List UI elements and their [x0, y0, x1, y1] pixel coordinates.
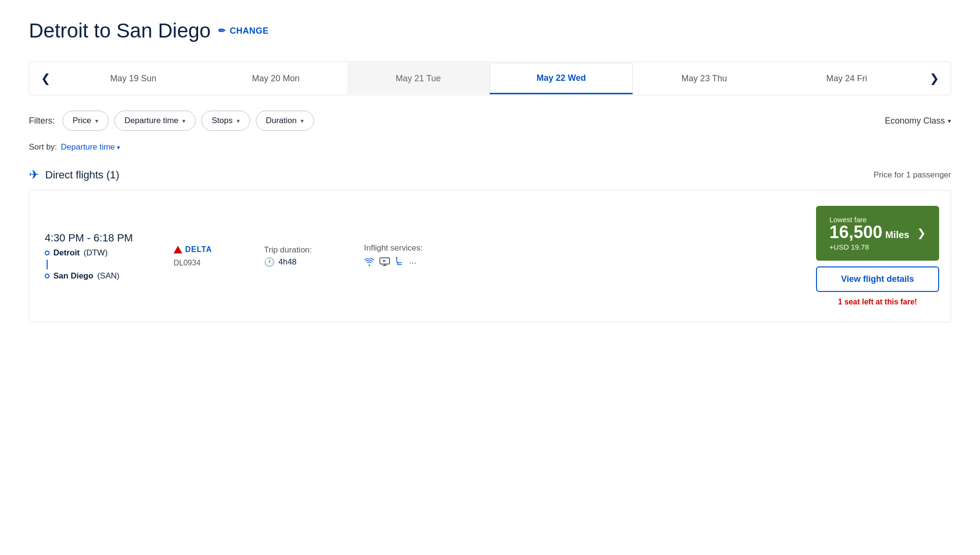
change-button[interactable]: ✏ CHANGE — [218, 25, 269, 36]
svg-point-4 — [396, 257, 398, 259]
price-filter-btn[interactable]: Price ▾ — [63, 111, 109, 131]
date-tabs: May 19 Sun May 20 Mon May 21 Tue May 22 … — [62, 63, 918, 94]
wifi-icon — [364, 257, 375, 268]
sort-value: Departure time — [61, 142, 115, 152]
route-line — [47, 260, 48, 269]
economy-class-btn[interactable]: Economy Class ▾ — [885, 116, 951, 126]
sort-chevron: ▾ — [117, 144, 120, 151]
flight-main: 4:30 PM - 6:18 PM Detroit (DTW) San Dieg… — [45, 206, 804, 306]
pencil-icon: ✏ — [218, 25, 226, 36]
duration-filter-chevron: ▾ — [301, 117, 304, 125]
duration-label: Trip duration: — [264, 245, 341, 255]
section-title: ✈ Direct flights (1) — [29, 167, 119, 182]
fare-text: Lowest fare 16,500 Miles +USD 19.78 — [829, 215, 909, 251]
sort-label: Sort by: — [29, 142, 57, 152]
lowest-fare-button[interactable]: Lowest fare 16,500 Miles +USD 19.78 ❯ — [816, 206, 939, 261]
flight-times: 4:30 PM - 6:18 PM Detroit (DTW) San Dieg… — [45, 232, 151, 281]
more-services-icon[interactable]: ··· — [409, 258, 416, 268]
section-header: ✈ Direct flights (1) Price for 1 passeng… — [29, 167, 951, 182]
fare-miles: 16,500 — [829, 224, 882, 241]
next-date-arrow[interactable]: ❯ — [918, 62, 951, 95]
duration-value: 🕐 4h48 — [264, 257, 341, 267]
departure-time-chevron: ▾ — [182, 117, 186, 125]
airline-info: DELTA DL0934 — [174, 245, 241, 267]
date-tab-may24[interactable]: May 24 Fri — [776, 63, 918, 94]
price-filter-chevron: ▾ — [95, 117, 99, 125]
plane-icon: ✈ — [29, 167, 39, 182]
origin-point: Detroit (DTW) — [45, 248, 151, 258]
seat-icon — [395, 257, 404, 269]
page-title: Detroit to San Diego — [29, 19, 211, 42]
economy-class-chevron: ▾ — [948, 117, 951, 125]
filters-row: Filters: Price ▾ Departure time ▾ Stops … — [29, 111, 951, 131]
date-nav: ❮ May 19 Sun May 20 Mon May 21 Tue May 2… — [29, 62, 951, 95]
change-label: CHANGE — [230, 26, 269, 36]
airline-logo: DELTA — [174, 245, 212, 254]
date-tab-may22[interactable]: May 22 Wed — [490, 63, 633, 94]
clock-icon: 🕐 — [264, 257, 275, 267]
price-note: Price for 1 passenger — [873, 170, 951, 180]
fare-usd: +USD 19.78 — [829, 243, 909, 251]
dest-name: San Diego — [53, 271, 93, 281]
page-header: Detroit to San Diego ✏ CHANGE — [29, 19, 951, 42]
stops-filter-label: Stops — [212, 116, 232, 126]
delta-triangle-icon — [174, 246, 182, 253]
flight-number: DL0934 — [174, 259, 201, 267]
stops-filter-chevron: ▾ — [237, 117, 240, 125]
departure-time-filter-btn[interactable]: Departure time ▾ — [114, 111, 196, 131]
duration-info: Trip duration: 🕐 4h48 — [264, 245, 341, 267]
flight-card: 4:30 PM - 6:18 PM Detroit (DTW) San Dieg… — [29, 190, 951, 322]
svg-marker-3 — [383, 260, 386, 262]
price-filter-label: Price — [73, 116, 91, 126]
entertainment-icon — [379, 257, 390, 268]
sort-btn[interactable]: Departure time ▾ — [61, 142, 120, 152]
filters-label: Filters: — [29, 116, 55, 126]
economy-class-label: Economy Class — [885, 116, 945, 126]
stops-filter-btn[interactable]: Stops ▾ — [201, 111, 250, 131]
date-tab-may21[interactable]: May 21 Tue — [347, 63, 490, 94]
inflight-info: Inflight services: — [364, 243, 441, 269]
seat-warning: 1 seat left at this fare! — [816, 298, 939, 306]
airline-name: DELTA — [185, 245, 212, 254]
date-tab-may19[interactable]: May 19 Sun — [62, 63, 204, 94]
time-range: 4:30 PM - 6:18 PM — [45, 232, 151, 244]
dest-dot — [45, 274, 50, 278]
origin-name: Detroit — [53, 248, 80, 258]
dest-point: San Diego (SAN) — [45, 271, 151, 281]
origin-dot — [45, 251, 50, 255]
duration-time: 4h48 — [278, 257, 297, 267]
view-flight-details-button[interactable]: View flight details — [816, 266, 939, 292]
sort-row: Sort by: Departure time ▾ — [29, 142, 951, 152]
prev-date-arrow[interactable]: ❮ — [29, 62, 62, 95]
origin-code: (DTW) — [84, 248, 108, 258]
departure-time-label: Departure time — [125, 116, 178, 126]
fare-section: Lowest fare 16,500 Miles +USD 19.78 ❯ Vi… — [804, 206, 951, 306]
flight-route: Detroit (DTW) San Diego (SAN) — [45, 248, 151, 281]
inflight-label: Inflight services: — [364, 243, 441, 253]
date-tab-may20[interactable]: May 20 Mon — [204, 63, 347, 94]
inflight-icons: ··· — [364, 257, 441, 269]
duration-filter-label: Duration — [266, 116, 297, 126]
fare-arrow-icon: ❯ — [917, 227, 926, 240]
fare-miles-label: Miles — [885, 229, 909, 240]
duration-filter-btn[interactable]: Duration ▾ — [256, 111, 314, 131]
direct-flights-label: Direct flights (1) — [45, 169, 119, 181]
date-tab-may23[interactable]: May 23 Thu — [633, 63, 775, 94]
dest-code: (SAN) — [97, 271, 119, 281]
